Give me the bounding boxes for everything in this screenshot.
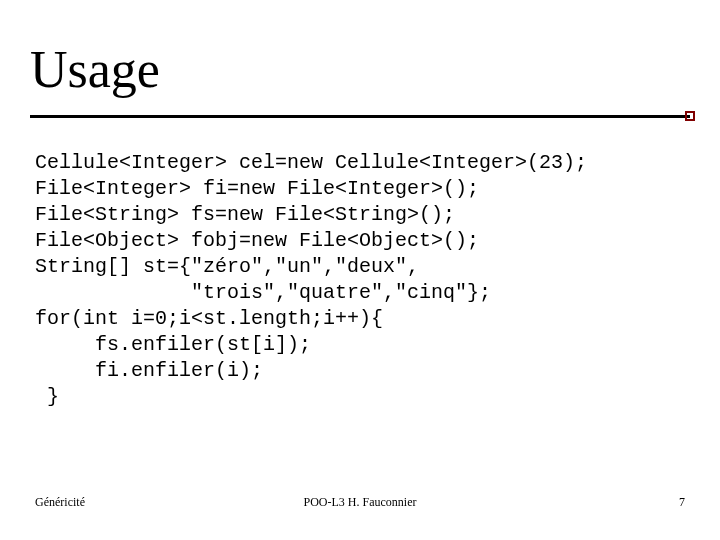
slide: Usage Cellule<Integer> cel=new Cellule<I… (0, 0, 720, 540)
footer-page-number: 7 (679, 495, 685, 510)
title-rule (30, 115, 690, 118)
code-block: Cellule<Integer> cel=new Cellule<Integer… (35, 150, 587, 410)
decor-square (685, 111, 695, 121)
footer-center: POO-L3 H. Fauconnier (0, 495, 720, 510)
slide-title: Usage (30, 40, 160, 99)
